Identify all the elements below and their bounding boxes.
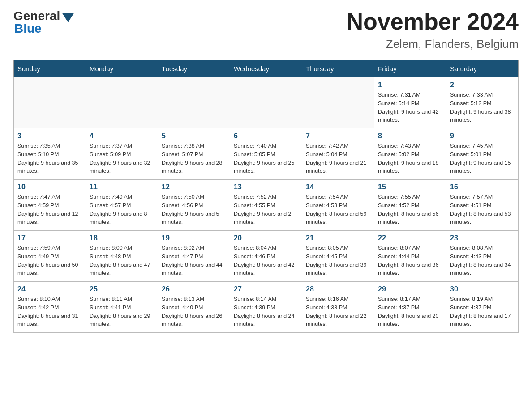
day-info: Sunrise: 7:54 AM Sunset: 4:53 PM Dayligh… (306, 193, 370, 227)
logo-triangle-icon (62, 13, 74, 22)
day-info: Sunrise: 7:35 AM Sunset: 5:10 PM Dayligh… (17, 142, 82, 176)
day-number: 6 (234, 132, 298, 140)
day-number: 18 (90, 234, 154, 242)
day-number: 4 (90, 132, 154, 140)
page-header: General Blue November 2024 Zelem, Flande… (13, 9, 519, 51)
calendar-table: SundayMondayTuesdayWednesdayThursdayFrid… (13, 60, 519, 333)
day-info: Sunrise: 7:52 AM Sunset: 4:55 PM Dayligh… (234, 193, 298, 227)
day-info: Sunrise: 7:50 AM Sunset: 4:56 PM Dayligh… (162, 193, 226, 227)
day-number: 9 (450, 132, 515, 140)
calendar-cell: 3Sunrise: 7:35 AM Sunset: 5:10 PM Daylig… (14, 128, 86, 180)
location: Zelem, Flanders, Belgium (347, 37, 519, 51)
calendar-cell: 12Sunrise: 7:50 AM Sunset: 4:56 PM Dayli… (158, 180, 230, 231)
day-number: 12 (162, 183, 226, 191)
day-info: Sunrise: 7:55 AM Sunset: 4:52 PM Dayligh… (378, 193, 442, 227)
calendar-cell: 15Sunrise: 7:55 AM Sunset: 4:52 PM Dayli… (374, 180, 446, 231)
day-info: Sunrise: 7:49 AM Sunset: 4:57 PM Dayligh… (90, 193, 154, 227)
day-number: 21 (306, 234, 370, 242)
day-info: Sunrise: 8:17 AM Sunset: 4:37 PM Dayligh… (378, 295, 442, 329)
calendar-cell: 13Sunrise: 7:52 AM Sunset: 4:55 PM Dayli… (230, 180, 302, 231)
calendar-cell: 4Sunrise: 7:37 AM Sunset: 5:09 PM Daylig… (86, 128, 158, 180)
day-number: 11 (90, 183, 154, 191)
day-of-week-header: Sunday (14, 60, 86, 77)
calendar-cell: 7Sunrise: 7:42 AM Sunset: 5:04 PM Daylig… (302, 128, 374, 180)
logo-blue-text: Blue (13, 21, 74, 36)
day-number: 14 (306, 183, 370, 191)
day-number: 19 (162, 234, 226, 242)
calendar-cell: 9Sunrise: 7:45 AM Sunset: 5:01 PM Daylig… (446, 128, 519, 180)
day-of-week-header: Saturday (446, 60, 519, 77)
day-info: Sunrise: 8:07 AM Sunset: 4:44 PM Dayligh… (378, 244, 442, 278)
calendar-cell: 16Sunrise: 7:57 AM Sunset: 4:51 PM Dayli… (446, 180, 519, 231)
calendar-week-row: 17Sunrise: 7:59 AM Sunset: 4:49 PM Dayli… (14, 231, 519, 282)
day-number: 15 (378, 183, 442, 191)
calendar-cell (86, 77, 158, 128)
calendar-cell: 8Sunrise: 7:43 AM Sunset: 5:02 PM Daylig… (374, 128, 446, 180)
day-info: Sunrise: 7:33 AM Sunset: 5:12 PM Dayligh… (450, 91, 515, 124)
day-info: Sunrise: 8:10 AM Sunset: 4:42 PM Dayligh… (17, 295, 82, 329)
day-info: Sunrise: 7:43 AM Sunset: 5:02 PM Dayligh… (378, 142, 442, 176)
calendar-cell: 24Sunrise: 8:10 AM Sunset: 4:42 PM Dayli… (14, 282, 86, 333)
day-of-week-header: Wednesday (230, 60, 302, 77)
day-number: 16 (450, 183, 515, 191)
calendar-cell: 20Sunrise: 8:04 AM Sunset: 4:46 PM Dayli… (230, 231, 302, 282)
day-info: Sunrise: 8:19 AM Sunset: 4:37 PM Dayligh… (450, 295, 515, 329)
calendar-cell: 5Sunrise: 7:38 AM Sunset: 5:07 PM Daylig… (158, 128, 230, 180)
day-number: 25 (90, 285, 154, 293)
calendar-cell: 27Sunrise: 8:14 AM Sunset: 4:39 PM Dayli… (230, 282, 302, 333)
day-of-week-header: Tuesday (158, 60, 230, 77)
calendar-cell: 6Sunrise: 7:40 AM Sunset: 5:05 PM Daylig… (230, 128, 302, 180)
day-info: Sunrise: 7:31 AM Sunset: 5:14 PM Dayligh… (378, 91, 442, 124)
day-of-week-header: Thursday (302, 60, 374, 77)
calendar-cell: 29Sunrise: 8:17 AM Sunset: 4:37 PM Dayli… (374, 282, 446, 333)
calendar-week-row: 1Sunrise: 7:31 AM Sunset: 5:14 PM Daylig… (14, 77, 519, 128)
calendar-cell: 2Sunrise: 7:33 AM Sunset: 5:12 PM Daylig… (446, 77, 519, 128)
day-info: Sunrise: 8:05 AM Sunset: 4:45 PM Dayligh… (306, 244, 370, 278)
calendar-cell: 23Sunrise: 8:08 AM Sunset: 4:43 PM Dayli… (446, 231, 519, 282)
day-info: Sunrise: 8:13 AM Sunset: 4:40 PM Dayligh… (162, 295, 226, 329)
calendar-cell: 26Sunrise: 8:13 AM Sunset: 4:40 PM Dayli… (158, 282, 230, 333)
calendar-cell: 10Sunrise: 7:47 AM Sunset: 4:59 PM Dayli… (14, 180, 86, 231)
day-number: 13 (234, 183, 298, 191)
day-number: 24 (17, 285, 82, 293)
day-info: Sunrise: 7:47 AM Sunset: 4:59 PM Dayligh… (17, 193, 82, 227)
day-number: 8 (378, 132, 442, 140)
calendar-cell (14, 77, 86, 128)
calendar-cell: 30Sunrise: 8:19 AM Sunset: 4:37 PM Dayli… (446, 282, 519, 333)
day-info: Sunrise: 7:38 AM Sunset: 5:07 PM Dayligh… (162, 142, 226, 176)
day-number: 10 (17, 183, 82, 191)
day-info: Sunrise: 8:16 AM Sunset: 4:38 PM Dayligh… (306, 295, 370, 329)
day-number: 30 (450, 285, 515, 293)
day-info: Sunrise: 8:04 AM Sunset: 4:46 PM Dayligh… (234, 244, 298, 278)
day-info: Sunrise: 8:02 AM Sunset: 4:47 PM Dayligh… (162, 244, 226, 278)
day-info: Sunrise: 7:59 AM Sunset: 4:49 PM Dayligh… (17, 244, 82, 278)
day-info: Sunrise: 8:14 AM Sunset: 4:39 PM Dayligh… (234, 295, 298, 329)
day-number: 1 (378, 81, 442, 89)
day-number: 26 (162, 285, 226, 293)
calendar-cell (230, 77, 302, 128)
calendar-cell: 19Sunrise: 8:02 AM Sunset: 4:47 PM Dayli… (158, 231, 230, 282)
calendar-cell: 28Sunrise: 8:16 AM Sunset: 4:38 PM Dayli… (302, 282, 374, 333)
day-info: Sunrise: 7:40 AM Sunset: 5:05 PM Dayligh… (234, 142, 298, 176)
logo: General Blue (13, 9, 74, 36)
day-info: Sunrise: 7:45 AM Sunset: 5:01 PM Dayligh… (450, 142, 515, 176)
calendar-cell: 25Sunrise: 8:11 AM Sunset: 4:41 PM Dayli… (86, 282, 158, 333)
day-number: 20 (234, 234, 298, 242)
calendar-cell: 22Sunrise: 8:07 AM Sunset: 4:44 PM Dayli… (374, 231, 446, 282)
day-number: 27 (234, 285, 298, 293)
calendar-cell: 17Sunrise: 7:59 AM Sunset: 4:49 PM Dayli… (14, 231, 86, 282)
day-info: Sunrise: 7:37 AM Sunset: 5:09 PM Dayligh… (90, 142, 154, 176)
title-section: November 2024 Zelem, Flanders, Belgium (347, 9, 519, 51)
calendar-cell (158, 77, 230, 128)
calendar-header-row: SundayMondayTuesdayWednesdayThursdayFrid… (14, 60, 519, 77)
calendar-cell: 14Sunrise: 7:54 AM Sunset: 4:53 PM Dayli… (302, 180, 374, 231)
calendar-cell: 18Sunrise: 8:00 AM Sunset: 4:48 PM Dayli… (86, 231, 158, 282)
day-info: Sunrise: 7:57 AM Sunset: 4:51 PM Dayligh… (450, 193, 515, 227)
day-number: 3 (17, 132, 82, 140)
day-number: 7 (306, 132, 370, 140)
day-number: 29 (378, 285, 442, 293)
day-number: 22 (378, 234, 442, 242)
day-number: 28 (306, 285, 370, 293)
day-of-week-header: Friday (374, 60, 446, 77)
calendar-week-row: 3Sunrise: 7:35 AM Sunset: 5:10 PM Daylig… (14, 128, 519, 180)
